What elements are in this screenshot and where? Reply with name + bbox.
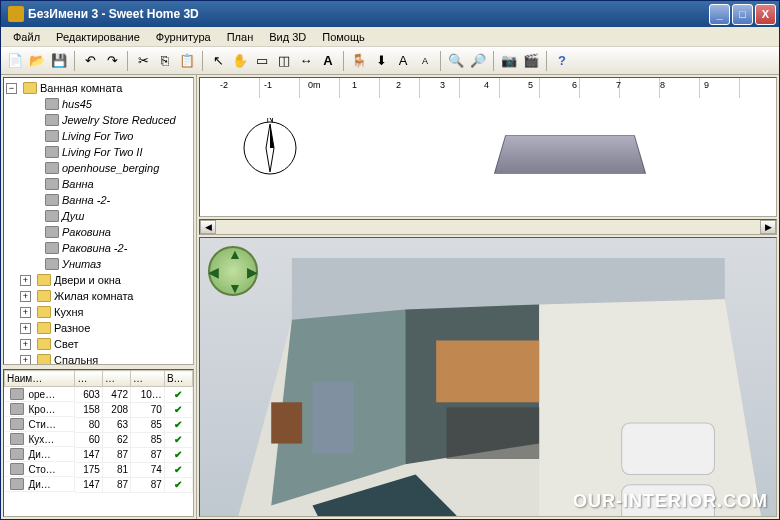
tree-category[interactable]: +Свет — [6, 336, 191, 352]
ruler-tick: 0m — [308, 80, 321, 90]
tree-item[interactable]: Ванна — [6, 176, 191, 192]
undo-icon[interactable]: ↶ — [80, 51, 100, 71]
text-big-icon[interactable]: A — [393, 51, 413, 71]
tree-item[interactable]: Living For Two — [6, 128, 191, 144]
table-row[interactable]: Ди…1478787✔ — [5, 477, 193, 492]
plan-scrollbar[interactable]: ◀ ▶ — [199, 219, 777, 235]
tree-item[interactable]: Раковина — [6, 224, 191, 240]
expand-icon[interactable]: + — [20, 339, 31, 350]
column-header[interactable]: … — [102, 371, 130, 387]
menu-file[interactable]: Файл — [5, 29, 48, 45]
folder-icon — [23, 82, 37, 94]
tree-category[interactable]: +Кухня — [6, 304, 191, 320]
svg-rect-12 — [622, 423, 715, 475]
new-icon[interactable]: 📄 — [5, 51, 25, 71]
tree-item[interactable]: Унитаз — [6, 256, 191, 272]
tree-item[interactable]: Ванна -2- — [6, 192, 191, 208]
tree-label: Ванна — [62, 178, 94, 190]
cut-icon[interactable]: ✂ — [133, 51, 153, 71]
plan-view[interactable]: -2-10m123456789 N — [199, 77, 777, 217]
furniture-icon — [45, 242, 59, 254]
furniture-table[interactable]: Наим…………В… ope…60347210…✔Кро…15820870✔Ст… — [3, 369, 194, 517]
table-row[interactable]: Кро…15820870✔ — [5, 402, 193, 417]
tree-item[interactable]: Jewelry Store Reduced — [6, 112, 191, 128]
tree-label: Jewelry Store Reduced — [62, 114, 176, 126]
menu-edit[interactable]: Редактирование — [48, 29, 148, 45]
menu-help[interactable]: Помощь — [314, 29, 373, 45]
dimension-icon[interactable]: ↔ — [296, 51, 316, 71]
scroll-right-icon[interactable]: ▶ — [760, 220, 776, 234]
visible-checkbox[interactable]: ✔ — [164, 417, 192, 432]
column-header[interactable]: Наим… — [5, 371, 75, 387]
minimize-button[interactable]: _ — [709, 4, 730, 25]
photo-icon[interactable]: 📷 — [499, 51, 519, 71]
visible-checkbox[interactable]: ✔ — [164, 447, 192, 462]
tree-item[interactable]: Раковина -2- — [6, 240, 191, 256]
pan-icon[interactable]: ✋ — [230, 51, 250, 71]
nav-left-icon[interactable]: ◀ — [208, 264, 219, 280]
video-icon[interactable]: 🎬 — [521, 51, 541, 71]
tree-label: Душ — [62, 210, 85, 222]
furniture-icon[interactable]: 🪑 — [349, 51, 369, 71]
tree-item[interactable]: Living For Two II — [6, 144, 191, 160]
table-row[interactable]: Ди…1478787✔ — [5, 447, 193, 462]
tree-item[interactable]: hus45 — [6, 96, 191, 112]
maximize-button[interactable]: □ — [732, 4, 753, 25]
table-row[interactable]: Кух…606285✔ — [5, 432, 193, 447]
column-header[interactable]: … — [75, 371, 102, 387]
close-button[interactable]: X — [755, 4, 776, 25]
text-icon[interactable]: A — [318, 51, 338, 71]
svg-rect-10 — [436, 340, 539, 402]
visible-checkbox[interactable]: ✔ — [164, 432, 192, 447]
svg-rect-15 — [271, 402, 302, 443]
column-header[interactable]: … — [131, 371, 165, 387]
expand-icon[interactable]: + — [20, 355, 31, 366]
open-icon[interactable]: 📂 — [27, 51, 47, 71]
row-icon — [10, 418, 24, 430]
tree-label: Двери и окна — [54, 274, 121, 286]
menu-plan[interactable]: План — [219, 29, 262, 45]
room-icon[interactable]: ◫ — [274, 51, 294, 71]
zoom-out-icon[interactable]: 🔎 — [468, 51, 488, 71]
expand-icon[interactable]: + — [20, 291, 31, 302]
tree-category[interactable]: +Спальня — [6, 352, 191, 365]
tree-category[interactable]: +Разное — [6, 320, 191, 336]
help-icon[interactable]: ? — [552, 51, 572, 71]
visible-checkbox[interactable]: ✔ — [164, 402, 192, 417]
copy-icon[interactable]: ⎘ — [155, 51, 175, 71]
visible-checkbox[interactable]: ✔ — [164, 477, 192, 492]
catalog-tree[interactable]: − Ванная комната hus45Jewelry Store Redu… — [3, 77, 194, 365]
save-icon[interactable]: 💾 — [49, 51, 69, 71]
table-row[interactable]: Сто…1758174✔ — [5, 462, 193, 477]
row-icon — [10, 403, 24, 415]
expand-icon[interactable]: + — [20, 307, 31, 318]
table-row[interactable]: Сти…806385✔ — [5, 417, 193, 432]
view-3d[interactable]: ▲ ▼ ◀ ▶ OUR-INTERIOR.COM — [199, 237, 777, 517]
scroll-left-icon[interactable]: ◀ — [200, 220, 216, 234]
column-header[interactable]: В… — [164, 371, 192, 387]
menu-furniture[interactable]: Фурнитура — [148, 29, 219, 45]
select-icon[interactable]: ↖ — [208, 51, 228, 71]
tree-category[interactable]: +Двери и окна — [6, 272, 191, 288]
titlebar[interactable]: БезИмени 3 - Sweet Home 3D _ □ X — [1, 1, 779, 27]
paste-icon[interactable]: 📋 — [177, 51, 197, 71]
tree-category[interactable]: +Жилая комната — [6, 288, 191, 304]
tree-item[interactable]: openhouse_berging — [6, 160, 191, 176]
zoom-in-icon[interactable]: 🔍 — [446, 51, 466, 71]
table-row[interactable]: ope…60347210…✔ — [5, 387, 193, 403]
tree-item[interactable]: Душ — [6, 208, 191, 224]
redo-icon[interactable]: ↷ — [102, 51, 122, 71]
collapse-icon[interactable]: − — [6, 83, 17, 94]
folder-icon — [37, 306, 51, 318]
visible-checkbox[interactable]: ✔ — [164, 462, 192, 477]
import-icon[interactable]: ⬇ — [371, 51, 391, 71]
svg-rect-11 — [446, 407, 539, 459]
expand-icon[interactable]: + — [20, 323, 31, 334]
expand-icon[interactable]: + — [20, 275, 31, 286]
tree-root[interactable]: − Ванная комната — [6, 80, 191, 96]
row-icon — [10, 433, 24, 445]
wall-icon[interactable]: ▭ — [252, 51, 272, 71]
text-small-icon[interactable]: A — [415, 51, 435, 71]
menu-view3d[interactable]: Вид 3D — [261, 29, 314, 45]
visible-checkbox[interactable]: ✔ — [164, 387, 192, 403]
